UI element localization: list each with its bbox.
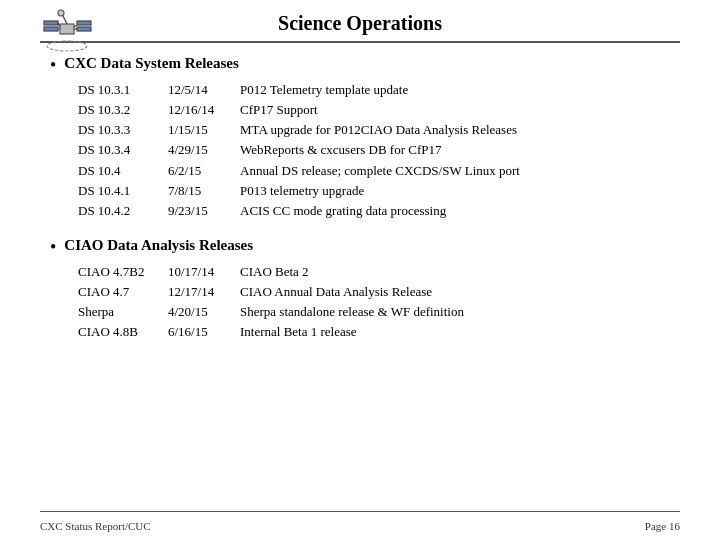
row-name: DS 10.3.3: [78, 120, 168, 140]
footer-left: CXC Status Report/CUC: [40, 520, 151, 532]
svg-rect-6: [77, 27, 91, 31]
row-desc: Annual DS release; complete CXCDS/SW Lin…: [240, 161, 670, 181]
svg-rect-0: [60, 24, 74, 34]
row-name: CIAO 4.7B2: [78, 262, 168, 282]
row-date: 1/15/15: [168, 120, 240, 140]
row-date: 12/16/14: [168, 100, 240, 120]
row-name: DS 10.3.1: [78, 80, 168, 100]
table-row: CIAO 4.8B 6/16/15 Internal Beta 1 releas…: [78, 322, 670, 342]
svg-rect-1: [44, 21, 58, 25]
svg-rect-2: [44, 27, 58, 31]
row-date: 6/16/15: [168, 322, 240, 342]
row-desc: ACIS CC mode grating data processing: [240, 201, 670, 221]
row-name: CIAO 4.8B: [78, 322, 168, 342]
table-row: DS 10.3.1 12/5/14 P012 Telemetry templat…: [78, 80, 670, 100]
table-row: DS 10.4.2 9/23/15 ACIS CC mode grating d…: [78, 201, 670, 221]
row-date: 12/5/14: [168, 80, 240, 100]
row-date: 12/17/14: [168, 282, 240, 302]
footer-right: Page 16: [645, 520, 680, 532]
section-header-ciao: • CIAO Data Analysis Releases: [50, 237, 670, 256]
table-row: DS 10.4.1 7/8/15 P013 telemetry upgrade: [78, 181, 670, 201]
bullet-ciao: •: [50, 238, 56, 256]
row-desc: CIAO Beta 2: [240, 262, 670, 282]
row-date: 4/20/15: [168, 302, 240, 322]
section-title-ciao: CIAO Data Analysis Releases: [64, 237, 253, 254]
row-name: DS 10.4.2: [78, 201, 168, 221]
row-date: 4/29/15: [168, 140, 240, 160]
row-desc: MTA upgrade for P012CIAO Data Analysis R…: [240, 120, 670, 140]
footer: CXC Status Report/CUC Page 16: [40, 520, 680, 532]
ciao-table: CIAO 4.7B2 10/17/14 CIAO Beta 2 CIAO 4.7…: [78, 262, 670, 343]
row-desc: CfP17 Support: [240, 100, 670, 120]
section-ciao-data: • CIAO Data Analysis Releases CIAO 4.7B2…: [50, 237, 670, 343]
section-title-cxc: CXC Data System Releases: [64, 55, 239, 72]
svg-point-10: [58, 10, 64, 16]
table-row: DS 10.4 6/2/15 Annual DS release; comple…: [78, 161, 670, 181]
svg-rect-5: [77, 21, 91, 25]
row-date: 6/2/15: [168, 161, 240, 181]
svg-point-11: [47, 41, 87, 51]
table-row: DS 10.3.3 1/15/15 MTA upgrade for P012CI…: [78, 120, 670, 140]
row-name: DS 10.3.4: [78, 140, 168, 160]
row-desc: CIAO Annual Data Analysis Release: [240, 282, 670, 302]
table-row: DS 10.3.2 12/16/14 CfP17 Support: [78, 100, 670, 120]
title-divider: [40, 41, 680, 43]
cxc-table: DS 10.3.1 12/5/14 P012 Telemetry templat…: [78, 80, 670, 221]
main-content: • CXC Data System Releases DS 10.3.1 12/…: [40, 55, 680, 343]
row-desc: WebReports & cxcusers DB for CfP17: [240, 140, 670, 160]
row-date: 10/17/14: [168, 262, 240, 282]
row-name: DS 10.4.1: [78, 181, 168, 201]
table-row: CIAO 4.7 12/17/14 CIAO Annual Data Analy…: [78, 282, 670, 302]
table-row: Sherpa 4/20/15 Sherpa standalone release…: [78, 302, 670, 322]
row-desc: P013 telemetry upgrade: [240, 181, 670, 201]
row-desc: Internal Beta 1 release: [240, 322, 670, 342]
page-title: Science Operations: [278, 12, 442, 35]
satellite-icon: [40, 8, 95, 53]
row-desc: P012 Telemetry template update: [240, 80, 670, 100]
page: Science Operations • CXC Data System Rel…: [0, 0, 720, 540]
footer-rule: [40, 511, 680, 512]
table-row: DS 10.3.4 4/29/15 WebReports & cxcusers …: [78, 140, 670, 160]
row-name: CIAO 4.7: [78, 282, 168, 302]
row-name: DS 10.3.2: [78, 100, 168, 120]
row-name: DS 10.4: [78, 161, 168, 181]
section-header-cxc: • CXC Data System Releases: [50, 55, 670, 74]
row-date: 7/8/15: [168, 181, 240, 201]
row-name: Sherpa: [78, 302, 168, 322]
row-desc: Sherpa standalone release & WF definitio…: [240, 302, 670, 322]
row-date: 9/23/15: [168, 201, 240, 221]
bullet-cxc: •: [50, 56, 56, 74]
section-cxc-data: • CXC Data System Releases DS 10.3.1 12/…: [50, 55, 670, 221]
table-row: CIAO 4.7B2 10/17/14 CIAO Beta 2: [78, 262, 670, 282]
header: Science Operations: [40, 0, 680, 41]
